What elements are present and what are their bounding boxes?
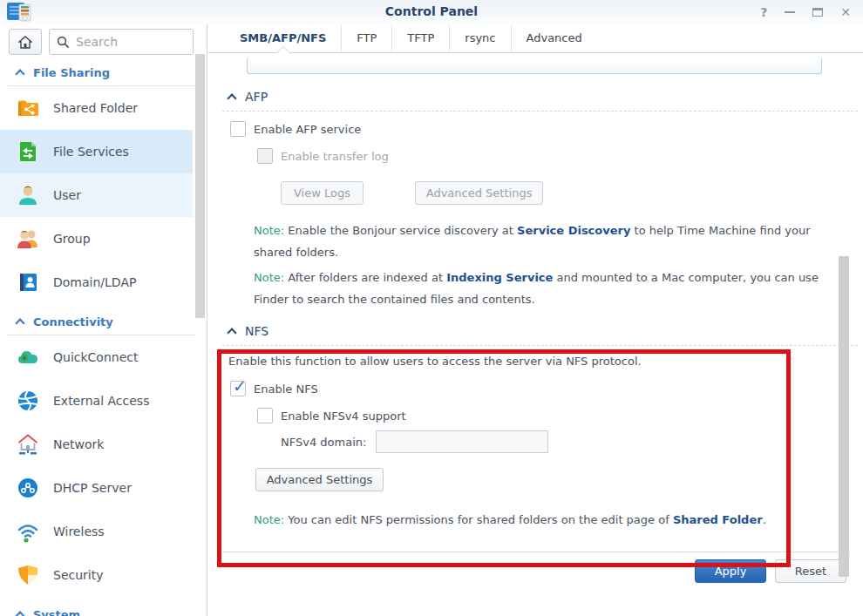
chevron-up-icon (15, 318, 24, 328)
divider (222, 552, 850, 552)
sidebar-item-wireless[interactable]: Wireless (0, 510, 193, 553)
enable-afp-label: Enable AFP service (254, 123, 361, 136)
checkmark-icon: ✓ (233, 376, 247, 396)
close-icon[interactable]: ✕ (840, 6, 851, 18)
sidebar-section-file-sharing[interactable]: File Sharing (17, 65, 207, 79)
transfer-log-row: Enable transfer log (257, 148, 863, 164)
nfsv4-domain-label: NFSv4 domain: (281, 436, 366, 449)
divider (222, 111, 858, 112)
enable-afp-checkbox[interactable] (230, 121, 246, 137)
collapse-chevron-icon (227, 328, 236, 337)
shared-folder-icon (16, 96, 40, 120)
nfs-advanced-settings-button[interactable]: Advanced Settings (255, 468, 384, 491)
tab-advanced[interactable]: Advanced (511, 24, 597, 52)
sidebar-section-system[interactable]: System (17, 607, 207, 616)
content-scrollbar[interactable] (839, 256, 849, 577)
sidebar-item-network[interactable]: Network (0, 423, 193, 466)
quickconnect-icon (16, 345, 40, 369)
footer-buttons: Apply Reset (208, 559, 846, 583)
sidebar-section-connectivity[interactable]: Connectivity (17, 315, 207, 328)
nfsv4-domain-input[interactable] (376, 430, 548, 453)
nfs-section-header[interactable]: NFS (228, 323, 863, 338)
sidebar-item-label: Domain/LDAP (53, 275, 136, 289)
chevron-up-icon (15, 611, 24, 616)
sidebar: File Sharing Shared Folder File Services (0, 24, 207, 616)
home-button[interactable] (9, 29, 42, 55)
sidebar-item-security[interactable]: Security (0, 553, 193, 597)
sidebar-item-label: Shared Folder (53, 101, 138, 115)
enable-nfs-label: Enable NFS (254, 382, 318, 396)
nfsv4-domain-row: NFSv4 domain: (281, 430, 863, 453)
enable-nfs-row: ✓ Enable NFS (230, 381, 863, 396)
tab-tftp[interactable]: TFTP (391, 24, 449, 52)
tab-bar: SMB/AFP/NFS FTP TFTP rsync Advanced (208, 24, 863, 53)
sidebar-item-dhcp-server[interactable]: DHCP Server (0, 466, 193, 510)
transfer-log-label: Enable transfer log (281, 150, 389, 163)
nfsv4-support-row: Enable NFSv4 support (257, 408, 863, 423)
afp-section-title: AFP (245, 90, 268, 104)
shared-folder-link[interactable]: Shared Folder (673, 513, 763, 526)
search-icon (57, 36, 70, 49)
afp-section-header[interactable]: AFP (228, 89, 863, 104)
sidebar-item-file-services[interactable]: File Services (0, 130, 193, 173)
view-logs-button[interactable]: View Logs (281, 181, 364, 205)
group-icon (16, 227, 40, 251)
transfer-log-checkbox[interactable] (257, 148, 273, 164)
afp-note-2: Note: After folders are indexed at Index… (254, 267, 839, 310)
sidebar-scrollbar[interactable] (195, 54, 205, 318)
file-services-icon (16, 139, 40, 164)
search-box[interactable] (49, 29, 194, 55)
sidebar-item-shared-folder[interactable]: Shared Folder (0, 86, 193, 130)
maximize-icon[interactable] (812, 8, 823, 17)
main-content: SMB/AFP/NFS FTP TFTP rsync Advanced AFP … (208, 24, 863, 616)
sidebar-item-label: Security (53, 568, 104, 582)
sidebar-item-external-access[interactable]: External Access (0, 379, 193, 423)
nfs-description: Enable this function to allow users to a… (228, 355, 863, 370)
sidebar-item-label: External Access (53, 394, 149, 408)
domain-ldap-icon (16, 270, 40, 294)
sidebar-item-label: Network (53, 437, 104, 451)
nfs-section-title: NFS (245, 324, 268, 338)
sidebar-item-label: User (53, 188, 81, 202)
minimize-icon[interactable] (785, 11, 795, 13)
indexing-service-link[interactable]: Indexing Service (446, 271, 553, 284)
nfsv4-support-label: Enable NFSv4 support (281, 410, 406, 423)
sidebar-item-user[interactable]: User (0, 173, 193, 217)
window-titlebar: Control Panel ? ✕ (0, 0, 863, 24)
user-icon (16, 183, 40, 207)
nfs-note: Note: You can edit NFS permissions for s… (254, 509, 839, 531)
dhcp-server-icon (16, 476, 40, 500)
help-icon[interactable]: ? (760, 6, 767, 18)
divider (222, 345, 858, 346)
afp-note-1: Note: Enable the Bonjour service discove… (254, 220, 839, 263)
tab-smb-afp-nfs[interactable]: SMB/AFP/NFS (225, 24, 341, 52)
collapse-chevron-icon (227, 93, 236, 103)
reset-button[interactable]: Reset (775, 559, 846, 583)
partially-visible-input[interactable] (247, 58, 822, 74)
enable-afp-row: Enable AFP service (230, 121, 863, 137)
security-shield-icon (16, 563, 40, 587)
enable-nfs-checkbox[interactable]: ✓ (230, 381, 246, 396)
afp-advanced-settings-button[interactable]: Advanced Settings (415, 181, 543, 205)
search-input[interactable] (76, 35, 172, 49)
sidebar-item-label: File Services (53, 145, 129, 159)
sidebar-item-label: QuickConnect (53, 350, 138, 364)
sidebar-item-domain-ldap[interactable]: Domain/LDAP (0, 261, 193, 304)
sidebar-item-label: DHCP Server (53, 481, 132, 495)
tab-rsync[interactable]: rsync (449, 24, 510, 52)
sidebar-item-label: Wireless (53, 525, 105, 538)
window-title: Control Panel (0, 4, 863, 18)
sidebar-item-label: Group (53, 232, 91, 246)
apply-button[interactable]: Apply (695, 559, 766, 583)
chevron-up-icon (15, 69, 24, 78)
sidebar-item-quickconnect[interactable]: QuickConnect (0, 335, 193, 379)
network-icon (16, 432, 40, 457)
nfsv4-support-checkbox[interactable] (257, 408, 273, 423)
service-discovery-link[interactable]: Service Discovery (517, 224, 630, 237)
sidebar-item-group[interactable]: Group (0, 217, 193, 261)
tab-ftp[interactable]: FTP (341, 24, 391, 52)
external-access-icon (16, 389, 40, 413)
wireless-icon (16, 519, 40, 544)
home-icon (18, 36, 32, 49)
